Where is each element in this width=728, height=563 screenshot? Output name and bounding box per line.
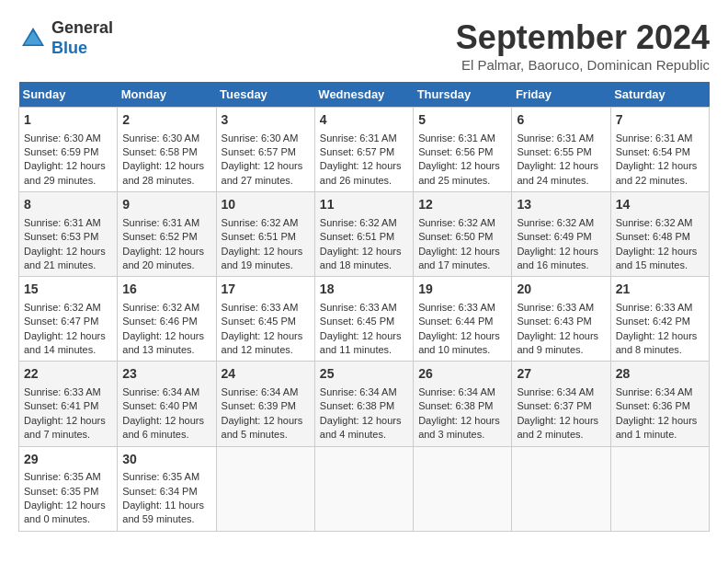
sunrise: Sunrise: 6:30 AM [24, 132, 112, 145]
day-number: 2 [122, 111, 210, 130]
col-header-monday: Monday [118, 82, 216, 108]
col-header-sunday: Sunday [19, 82, 118, 108]
sunrise: Sunrise: 6:33 AM [24, 385, 112, 399]
week-row-3: 15Sunrise: 6:32 AMSunset: 6:47 PMDayligh… [19, 277, 710, 362]
sunset: Sunset: 6:50 PM [418, 230, 506, 244]
sunrise: Sunrise: 6:34 AM [418, 385, 506, 399]
col-header-tuesday: Tuesday [216, 82, 314, 108]
day-cell-26: 26Sunrise: 6:34 AMSunset: 6:38 PMDayligh… [414, 362, 512, 446]
day-number: 3 [222, 111, 310, 130]
sunrise: Sunrise: 6:30 AM [122, 132, 210, 145]
daylight: Daylight: 12 hours and 22 minutes. [616, 159, 704, 188]
sunrise: Sunrise: 6:31 AM [616, 132, 704, 145]
day-number: 18 [320, 281, 408, 299]
sunrise: Sunrise: 6:33 AM [418, 301, 506, 315]
day-number: 6 [517, 111, 605, 130]
sunset: Sunset: 6:44 PM [418, 315, 506, 328]
day-cell-10: 10Sunrise: 6:32 AMSunset: 6:51 PMDayligh… [216, 192, 314, 277]
daylight: Daylight: 12 hours and 13 minutes. [122, 329, 210, 358]
sunset: Sunset: 6:51 PM [320, 230, 408, 244]
day-cell-22: 22Sunrise: 6:33 AMSunset: 6:41 PMDayligh… [19, 362, 118, 446]
calendar-table: SundayMondayTuesdayWednesdayThursdayFrid… [18, 82, 710, 532]
day-number: 5 [418, 111, 506, 130]
daylight: Daylight: 12 hours and 26 minutes. [320, 159, 408, 188]
daylight: Daylight: 12 hours and 16 minutes. [517, 245, 605, 273]
sunrise: Sunrise: 6:34 AM [616, 385, 704, 399]
day-number: 20 [517, 281, 605, 299]
day-cell-7: 7Sunrise: 6:31 AMSunset: 6:54 PMDaylight… [610, 108, 709, 192]
col-header-thursday: Thursday [414, 82, 512, 108]
day-number: 30 [122, 451, 210, 469]
daylight: Daylight: 12 hours and 11 minutes. [320, 329, 408, 358]
logo-blue: Blue [51, 39, 113, 59]
day-number: 9 [122, 196, 210, 214]
month-title: September 2024 [456, 18, 710, 57]
daylight: Daylight: 12 hours and 10 minutes. [418, 329, 506, 358]
sunrise: Sunrise: 6:31 AM [517, 132, 605, 145]
sunrise: Sunrise: 6:33 AM [616, 301, 704, 315]
logo-general: General [51, 18, 113, 39]
sunset: Sunset: 6:34 PM [122, 485, 210, 499]
sunrise: Sunrise: 6:32 AM [320, 216, 408, 230]
sunrise: Sunrise: 6:32 AM [222, 216, 310, 230]
sunset: Sunset: 6:41 PM [24, 399, 112, 413]
day-cell-27: 27Sunrise: 6:34 AMSunset: 6:37 PMDayligh… [512, 362, 610, 446]
day-number: 10 [222, 196, 310, 214]
day-number: 13 [517, 196, 605, 214]
day-number: 28 [616, 365, 704, 384]
day-number: 7 [616, 111, 704, 130]
week-row-4: 22Sunrise: 6:33 AMSunset: 6:41 PMDayligh… [19, 362, 710, 446]
day-number: 24 [222, 365, 310, 384]
sunrise: Sunrise: 6:31 AM [24, 216, 112, 230]
day-cell-13: 13Sunrise: 6:32 AMSunset: 6:49 PMDayligh… [512, 192, 610, 277]
day-number: 27 [517, 365, 605, 384]
col-header-friday: Friday [512, 82, 610, 108]
daylight: Daylight: 12 hours and 25 minutes. [418, 159, 506, 188]
daylight: Daylight: 12 hours and 14 minutes. [24, 329, 112, 358]
day-cell-20: 20Sunrise: 6:33 AMSunset: 6:43 PMDayligh… [512, 277, 610, 362]
day-cell-23: 23Sunrise: 6:34 AMSunset: 6:40 PMDayligh… [118, 362, 216, 446]
day-cell-28: 28Sunrise: 6:34 AMSunset: 6:36 PMDayligh… [610, 362, 709, 446]
day-number: 29 [24, 451, 112, 469]
day-cell-30: 30Sunrise: 6:35 AMSunset: 6:34 PMDayligh… [118, 446, 216, 531]
sunset: Sunset: 6:59 PM [24, 145, 112, 159]
logo: General Blue [18, 18, 113, 58]
day-number: 19 [418, 281, 506, 299]
sunrise: Sunrise: 6:33 AM [222, 301, 310, 315]
day-number: 8 [24, 196, 112, 214]
day-number: 4 [320, 111, 408, 130]
daylight: Daylight: 12 hours and 24 minutes. [517, 159, 605, 188]
sunrise: Sunrise: 6:32 AM [122, 301, 210, 315]
sunrise: Sunrise: 6:32 AM [24, 301, 112, 315]
day-cell-1: 1Sunrise: 6:30 AMSunset: 6:59 PMDaylight… [19, 108, 118, 192]
sunset: Sunset: 6:49 PM [517, 230, 605, 244]
sunrise: Sunrise: 6:33 AM [517, 301, 605, 315]
sunset: Sunset: 6:55 PM [517, 145, 605, 159]
sunset: Sunset: 6:57 PM [222, 145, 310, 159]
day-cell-24: 24Sunrise: 6:34 AMSunset: 6:39 PMDayligh… [216, 362, 314, 446]
day-number: 23 [122, 365, 210, 384]
sunrise: Sunrise: 6:34 AM [320, 385, 408, 399]
daylight: Daylight: 12 hours and 3 minutes. [418, 414, 506, 442]
day-number: 26 [418, 365, 506, 384]
empty-cell [512, 446, 610, 531]
day-cell-25: 25Sunrise: 6:34 AMSunset: 6:38 PMDayligh… [314, 362, 413, 446]
sunrise: Sunrise: 6:32 AM [418, 216, 506, 230]
day-cell-14: 14Sunrise: 6:32 AMSunset: 6:48 PMDayligh… [610, 192, 709, 277]
daylight: Daylight: 12 hours and 4 minutes. [320, 414, 408, 442]
daylight: Daylight: 12 hours and 29 minutes. [24, 159, 112, 188]
sunrise: Sunrise: 6:34 AM [122, 385, 210, 399]
sunrise: Sunrise: 6:34 AM [517, 385, 605, 399]
daylight: Daylight: 12 hours and 20 minutes. [122, 245, 210, 273]
title-section: September 2024 El Palmar, Baoruco, Domin… [456, 18, 710, 73]
empty-cell [314, 446, 413, 531]
day-number: 17 [222, 281, 310, 299]
day-cell-16: 16Sunrise: 6:32 AMSunset: 6:46 PMDayligh… [118, 277, 216, 362]
logo-icon [18, 24, 48, 53]
sunset: Sunset: 6:39 PM [222, 399, 310, 413]
sunset: Sunset: 6:52 PM [122, 230, 210, 244]
day-number: 21 [616, 281, 704, 299]
daylight: Daylight: 12 hours and 12 minutes. [222, 329, 310, 358]
col-header-wednesday: Wednesday [314, 82, 413, 108]
daylight: Daylight: 12 hours and 0 minutes. [24, 499, 112, 527]
